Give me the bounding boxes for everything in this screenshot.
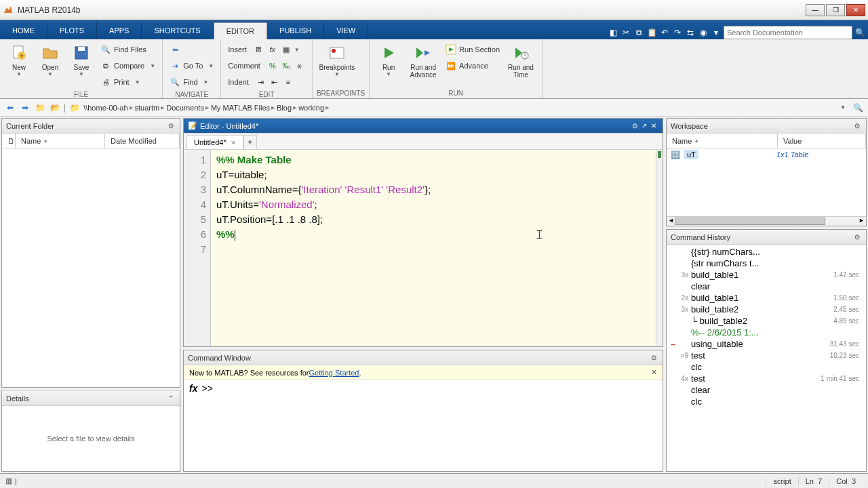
folder-icon[interactable]: 📁 (68, 102, 81, 114)
breadcrumb-search-icon[interactable]: 🔍 (852, 102, 864, 114)
tab-publish[interactable]: PUBLISH (267, 22, 324, 39)
current-folder-columns[interactable]: 🗋 Name ▲ Date Modified (2, 134, 180, 148)
workspace-list[interactable]: 🔡 uT 1x1 Table (667, 148, 866, 216)
details-header[interactable]: Details⌃ (2, 391, 180, 406)
editor-header[interactable]: 📝Editor - Untitled4* ⊙ ↗ ✕ (184, 119, 663, 134)
history-item[interactable]: 3xbuild_table22.45 sec (667, 304, 866, 315)
chevron-up-icon[interactable]: ⌃ (166, 394, 176, 403)
undo-icon[interactable]: ↶ (659, 27, 670, 38)
search-icon[interactable]: 🔍 (854, 27, 865, 38)
compare-button[interactable]: ⧉Compare▼ (98, 58, 158, 73)
breakpoints-button[interactable]: Breakpoints▼ (317, 42, 357, 77)
breadcrumb-segment[interactable]: stuartm (135, 104, 160, 112)
history-item[interactable]: clc (667, 361, 866, 373)
breadcrumb-segment[interactable]: \\home-00-ah (83, 104, 127, 112)
print-button[interactable]: 🖨Print▼ (98, 75, 158, 89)
history-item[interactable]: %-- 2/6/2015 1:... (667, 327, 866, 338)
run-advance-button[interactable]: Run and Advance (405, 42, 441, 79)
breadcrumb-segment[interactable]: working (298, 104, 324, 112)
tab-view[interactable]: VIEW (324, 22, 368, 39)
history-item[interactable]: 3xbuild_table11.47 sec (667, 269, 866, 281)
toolstrip: +New▼ Open▼ Save▼ 🔍Find Files ⧉Compare▼ … (0, 39, 868, 99)
find-files-button[interactable]: 🔍Find Files (98, 42, 158, 57)
breadcrumb-segment[interactable]: Documents (166, 104, 204, 112)
panel-menu-icon[interactable]: ⊙ (852, 121, 862, 131)
svg-point-6 (332, 49, 336, 53)
tab-shortcuts[interactable]: SHORTCUTS (142, 22, 213, 39)
cut-icon[interactable]: ✂ (620, 27, 631, 38)
nav-parent-icon[interactable]: 📂 (49, 102, 61, 114)
shortcut-icon[interactable]: ◧ (608, 27, 618, 38)
panel-menu-icon[interactable]: ⊙ (852, 232, 862, 242)
panel-menu-icon[interactable]: ⊙ (649, 353, 658, 363)
indent-button[interactable]: Indent⇥⇤≡ (225, 75, 308, 89)
breadcrumb-segment[interactable]: Blog (277, 104, 292, 112)
help-icon[interactable]: ◉ (698, 27, 709, 38)
tab-editor[interactable]: EDITOR (214, 22, 267, 39)
command-prompt[interactable]: fx>> (184, 380, 663, 471)
close-icon[interactable]: ✕ (649, 121, 658, 131)
breadcrumb[interactable]: \\home-00-ah ▸ stuartm ▸ Documents ▸ My … (83, 103, 330, 112)
tab-plots[interactable]: PLOTS (47, 22, 97, 39)
advance-button[interactable]: ⏩Advance (443, 58, 502, 73)
maximize-icon[interactable]: ↗ (639, 121, 649, 131)
open-button[interactable]: Open▼ (35, 42, 65, 77)
run-time-button[interactable]: Run and Time (504, 42, 538, 79)
history-item[interactable]: {str numChars t... (667, 258, 866, 269)
history-item[interactable]: {{str} numChars... (667, 246, 866, 258)
find-button[interactable]: 🔍Find▼ (167, 75, 216, 89)
history-item[interactable]: >9test10.23 sec (667, 350, 866, 361)
tab-apps[interactable]: APPS (97, 22, 142, 39)
code-editor[interactable]: 1234567 𝙸%% Make TableuT=uitable;uT.Colu… (184, 150, 663, 346)
goto-button[interactable]: ➜Go To▼ (167, 58, 216, 73)
paste-icon[interactable]: 📋 (646, 27, 657, 38)
horizontal-scrollbar[interactable]: ◄► (667, 216, 866, 226)
new-button[interactable]: +New▼ (4, 42, 34, 77)
panel-menu-icon[interactable]: ⊙ (630, 121, 639, 131)
command-window-header[interactable]: Command Window⊙ (184, 350, 663, 365)
close-button[interactable]: ✕ (846, 4, 865, 16)
nav-back-button[interactable]: ⬅ (167, 42, 216, 57)
command-history-list[interactable]: {{str} numChars...{str numChars t...3xbu… (667, 245, 866, 471)
workspace-columns[interactable]: Name ▲ Value (667, 134, 866, 148)
breadcrumb-dropdown-icon[interactable]: ▼ (837, 102, 849, 114)
current-folder-header[interactable]: Current Folder⊙ (2, 119, 180, 134)
run-section-button[interactable]: Run Section (443, 42, 502, 57)
tip-close-icon[interactable]: ✕ (651, 368, 657, 377)
editor-tab[interactable]: Untitled4*✕ (186, 135, 243, 149)
history-item[interactable]: clc (667, 396, 866, 407)
history-item[interactable]: –using_uitable31.43 sec (667, 338, 866, 350)
history-item[interactable]: clear (667, 384, 866, 396)
command-history-header[interactable]: Command History⊙ (667, 230, 866, 245)
tab-home[interactable]: HOME (0, 22, 47, 39)
redo-icon[interactable]: ↷ (672, 27, 683, 38)
history-item[interactable]: clear (667, 281, 866, 292)
switch-icon[interactable]: ⇆ (685, 27, 696, 38)
fx-icon[interactable]: fx (189, 383, 197, 394)
history-item[interactable]: └ build_table24.89 sec (667, 315, 866, 327)
comment-button[interactable]: Comment%‰⚹ (225, 58, 308, 73)
tab-close-icon[interactable]: ✕ (231, 139, 236, 146)
save-button[interactable]: Save▼ (66, 42, 96, 77)
current-folder-list[interactable] (2, 148, 180, 387)
history-item[interactable]: 4xtest1 min 41 sec (667, 373, 866, 384)
run-button[interactable]: Run▼ (374, 42, 403, 77)
getting-started-link[interactable]: Getting Started (309, 369, 359, 377)
insert-button[interactable]: Insert🖹fx▦▼ (225, 42, 308, 57)
copy-icon[interactable]: ⧉ (633, 27, 644, 38)
nav-back-icon[interactable]: ⬅ (4, 102, 16, 114)
scrollbar[interactable] (656, 150, 663, 346)
workspace-row[interactable]: 🔡 uT 1x1 Table (667, 148, 866, 161)
dropdown-icon[interactable]: ▾ (711, 27, 722, 38)
restore-button[interactable]: ❐ (826, 4, 845, 16)
workspace-header[interactable]: Workspace⊙ (667, 119, 866, 134)
history-item[interactable]: 2xbuild_table11.50 sec (667, 292, 866, 304)
minimize-button[interactable]: — (806, 4, 825, 16)
nav-forward-icon[interactable]: ➡ (19, 102, 31, 114)
panel-menu-icon[interactable]: ⊙ (166, 121, 176, 131)
new-tab-button[interactable]: + (243, 135, 257, 149)
breadcrumb-segment[interactable]: My MATLAB Files (211, 104, 270, 112)
search-input[interactable] (724, 26, 852, 39)
nav-up-icon[interactable]: 📁 (34, 102, 46, 114)
status-bar: ▥ | script Ln 7 Col 3 (0, 473, 868, 488)
